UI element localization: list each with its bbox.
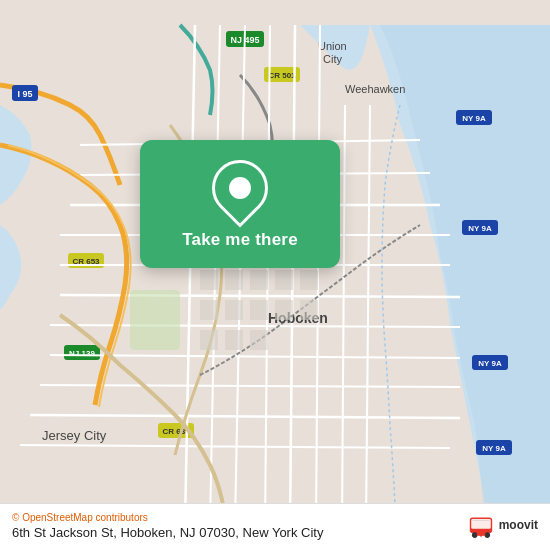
svg-rect-61 [225, 300, 243, 320]
svg-text:City: City [323, 53, 342, 65]
osm-attribution[interactable]: © OpenStreetMap contributors [12, 512, 323, 523]
svg-rect-65 [200, 330, 218, 350]
svg-rect-66 [225, 330, 243, 350]
map-background: I 95 I 95 NJ 495 CR 501 NY 9A NY 9A NY 9… [0, 0, 550, 550]
svg-rect-57 [250, 270, 268, 290]
svg-text:NJ 139: NJ 139 [69, 349, 95, 358]
pin-inner-circle [229, 177, 251, 199]
svg-rect-60 [200, 300, 218, 320]
moovit-logo: moovit [467, 512, 538, 540]
svg-text:CR 501: CR 501 [268, 71, 296, 80]
svg-rect-63 [275, 300, 293, 320]
svg-text:Jersey City: Jersey City [42, 428, 107, 443]
svg-text:Weehawken: Weehawken [345, 83, 405, 95]
bottom-bar-left: © OpenStreetMap contributors 6th St Jack… [12, 512, 323, 540]
svg-rect-55 [200, 270, 218, 290]
svg-point-72 [472, 532, 478, 538]
moovit-label: moovit [499, 519, 538, 532]
svg-rect-59 [300, 270, 318, 290]
bottom-bar: © OpenStreetMap contributors 6th St Jack… [0, 503, 550, 550]
svg-rect-67 [250, 330, 268, 350]
svg-text:NY 9A: NY 9A [482, 444, 506, 453]
address-text: 6th St Jackson St, Hoboken, NJ 07030, Ne… [12, 525, 323, 540]
take-me-there-button[interactable]: Take me there [182, 230, 298, 250]
svg-text:Union: Union [318, 40, 347, 52]
svg-rect-62 [250, 300, 268, 320]
svg-text:NY 9A: NY 9A [468, 224, 492, 233]
svg-text:I 95: I 95 [17, 89, 32, 99]
svg-text:NY 9A: NY 9A [462, 114, 486, 123]
svg-rect-56 [225, 270, 243, 290]
map-container: I 95 I 95 NJ 495 CR 501 NY 9A NY 9A NY 9… [0, 0, 550, 550]
svg-text:NY 9A: NY 9A [478, 359, 502, 368]
location-pin-icon [200, 148, 279, 227]
svg-rect-58 [275, 270, 293, 290]
take-me-there-card: Take me there [140, 140, 340, 268]
svg-rect-64 [300, 300, 318, 320]
moovit-logo-icon [467, 512, 495, 540]
svg-rect-69 [130, 290, 180, 350]
svg-point-73 [484, 532, 490, 538]
